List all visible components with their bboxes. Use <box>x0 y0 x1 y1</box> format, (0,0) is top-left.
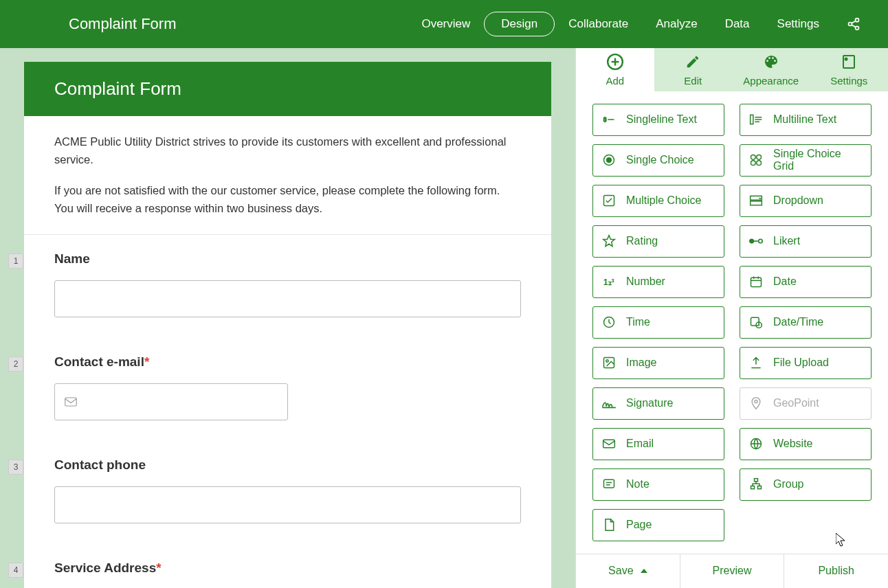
element-label: Single Choice <box>626 154 694 166</box>
email-input[interactable] <box>54 383 288 420</box>
element-label: Note <box>626 478 650 490</box>
question-address[interactable]: 4 Service Address* <box>24 544 551 588</box>
element-number[interactable]: 1₂³Number <box>592 266 724 298</box>
nav-data[interactable]: Data <box>711 12 764 36</box>
svg-point-40 <box>755 400 757 403</box>
element-palette: Singleline TextMultiline TextSingle Choi… <box>576 91 888 554</box>
intro-paragraph-1: ACME Public Utility District strives to … <box>54 133 521 169</box>
svg-line-3 <box>852 21 856 23</box>
nav-settings[interactable]: Settings <box>764 12 833 36</box>
svg-rect-14 <box>751 115 753 124</box>
element-label: Group <box>773 478 803 490</box>
element-image[interactable]: Image <box>592 347 724 379</box>
element-label: Multiple Choice <box>626 194 701 207</box>
svg-point-29 <box>759 240 763 244</box>
element-label: GeoPoint <box>773 397 819 409</box>
svg-rect-41 <box>603 440 615 449</box>
element-label: Rating <box>626 235 658 247</box>
element-text-single[interactable]: Singleline Text <box>592 104 724 136</box>
publish-button[interactable]: Publish <box>784 554 888 588</box>
element-label: Single Choice Grid <box>773 148 863 172</box>
element-radio[interactable]: Single Choice <box>592 144 724 177</box>
element-label: File Upload <box>773 357 829 369</box>
main-content: Complaint Form ACME Public Utility Distr… <box>0 48 888 588</box>
svg-point-1 <box>849 23 852 26</box>
name-input[interactable] <box>54 280 521 317</box>
gear-page-icon <box>840 53 858 71</box>
question-name[interactable]: 1 Name <box>24 235 551 338</box>
time-icon <box>601 315 617 330</box>
element-datetime[interactable]: Date/Time <box>740 306 872 339</box>
svg-point-2 <box>856 26 859 30</box>
element-note[interactable]: Note <box>592 468 724 501</box>
save-button[interactable]: Save <box>576 554 680 588</box>
element-checkbox[interactable]: Multiple Choice <box>592 185 724 217</box>
svg-point-27 <box>750 240 754 244</box>
form-card: Complaint Form ACME Public Utility Distr… <box>24 62 551 588</box>
svg-point-23 <box>757 161 762 166</box>
tab-label: Edit <box>684 75 702 87</box>
element-date[interactable]: Date <box>740 266 872 298</box>
element-likert[interactable]: Likert <box>740 225 872 258</box>
element-dropdown[interactable]: Dropdown <box>740 185 872 217</box>
nav-analyze[interactable]: Analyze <box>642 12 711 36</box>
main-nav: Overview Design Collaborate Analyze Data… <box>408 12 861 36</box>
element-globe[interactable]: Website <box>740 428 872 460</box>
panel-footer: Save Preview Publish <box>576 554 888 588</box>
element-label: Singleline Text <box>626 113 697 126</box>
form-title[interactable]: Complaint Form <box>24 62 551 116</box>
element-group[interactable]: Group <box>740 468 872 501</box>
svg-rect-26 <box>751 201 762 205</box>
element-label: Dropdown <box>773 194 823 207</box>
element-signature[interactable]: Signature <box>592 387 724 420</box>
svg-point-22 <box>751 161 756 166</box>
element-email[interactable]: Email <box>592 428 724 460</box>
svg-point-21 <box>757 155 762 160</box>
question-email[interactable]: 2 Contact e-mail* <box>24 338 551 441</box>
svg-point-39 <box>606 360 608 362</box>
element-label: Multiline Text <box>773 113 836 126</box>
image-icon <box>601 355 617 370</box>
svg-point-19 <box>607 158 612 163</box>
element-page[interactable]: Page <box>592 509 724 541</box>
form-intro[interactable]: ACME Public Utility District strives to … <box>24 116 551 235</box>
element-time[interactable]: Time <box>592 306 724 339</box>
svg-rect-43 <box>604 480 614 488</box>
tab-add[interactable]: Add <box>576 48 654 91</box>
panel-tabs: Add Edit Appearance Settings <box>576 48 888 91</box>
grid-icon <box>748 152 764 168</box>
svg-point-20 <box>751 155 756 160</box>
element-star[interactable]: Rating <box>592 225 724 258</box>
element-grid[interactable]: Single Choice Grid <box>740 144 872 177</box>
element-label: Website <box>773 438 813 450</box>
date-icon <box>748 274 764 289</box>
share-icon[interactable] <box>847 17 861 31</box>
likert-icon <box>748 234 764 249</box>
element-label: Image <box>626 357 656 369</box>
nav-collaborate[interactable]: Collaborate <box>555 12 642 36</box>
email-icon <box>601 436 617 451</box>
tab-edit[interactable]: Edit <box>654 48 733 91</box>
svg-rect-48 <box>758 486 762 489</box>
question-number: 4 <box>8 563 23 578</box>
nav-design[interactable]: Design <box>484 12 555 36</box>
plus-circle-icon <box>606 53 624 71</box>
element-label: Time <box>626 316 650 328</box>
number-icon: 1₂³ <box>601 274 617 289</box>
note-icon <box>601 477 617 492</box>
element-upload[interactable]: File Upload <box>740 347 872 379</box>
nav-overview[interactable]: Overview <box>408 12 484 36</box>
preview-button[interactable]: Preview <box>680 554 785 588</box>
upload-icon <box>748 355 764 370</box>
datetime-icon <box>748 315 764 330</box>
question-phone[interactable]: 3 Contact phone <box>24 441 551 544</box>
caret-up-icon <box>641 569 647 573</box>
tab-settings[interactable]: Settings <box>810 48 889 91</box>
question-label: Contact phone <box>54 457 521 473</box>
phone-input[interactable] <box>54 486 521 523</box>
element-label: Date <box>773 275 797 288</box>
tab-appearance[interactable]: Appearance <box>732 48 810 91</box>
tab-label: Add <box>606 75 624 87</box>
element-text-multi[interactable]: Multiline Text <box>740 104 872 136</box>
svg-rect-46 <box>755 479 758 482</box>
